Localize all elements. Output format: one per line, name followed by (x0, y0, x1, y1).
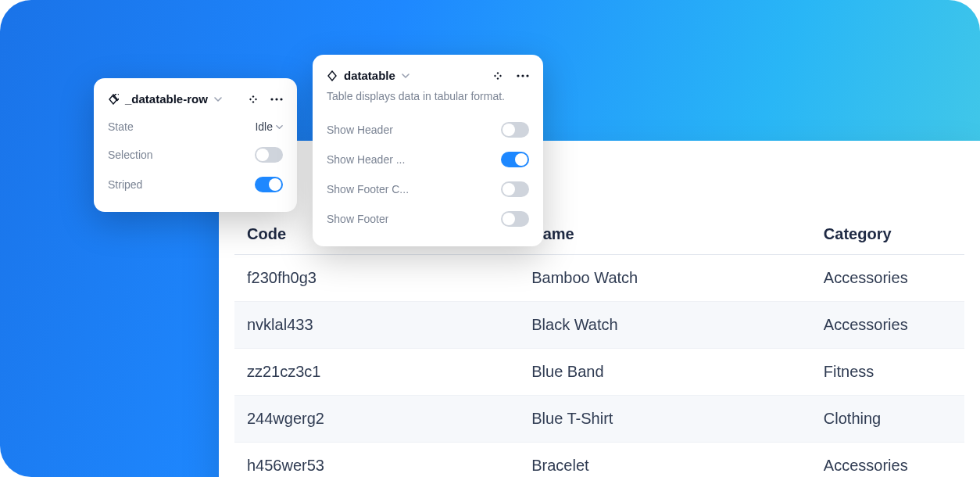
column-header-name[interactable]: Name (519, 203, 811, 255)
cell-code: 244wgerg2 (234, 396, 519, 443)
cell-category: Fitness (811, 349, 964, 396)
cell-code: h456wer53 (234, 443, 519, 478)
cell-name: Blue Band (519, 349, 811, 396)
svg-point-5 (521, 74, 524, 77)
more-icon[interactable] (517, 74, 529, 77)
inspector-panel-table: datatable Table displays data in tabular… (313, 55, 543, 246)
toggle-show-header-2[interactable] (501, 152, 529, 167)
toggle-selection[interactable] (255, 147, 283, 163)
cell-code: zz21cz3c1 (234, 349, 519, 396)
prop-label: Striped (108, 178, 142, 191)
cell-code: nvklal433 (234, 302, 519, 349)
table-row[interactable]: nvklal433 Black Watch Accessories (234, 302, 964, 349)
panel-title[interactable]: _datatable-row (125, 92, 208, 106)
prop-row-show-header: Show Header (327, 115, 529, 145)
svg-point-1 (270, 98, 273, 100)
drag-icon[interactable] (493, 71, 503, 81)
cell-category: Clothing (811, 396, 964, 443)
prop-label: Selection (108, 149, 153, 161)
table-row[interactable]: zz21cz3c1 Blue Band Fitness (234, 349, 964, 396)
table-row[interactable]: h456wer53 Bracelet Accessories (234, 443, 964, 478)
svg-point-2 (275, 98, 277, 100)
prop-label: Show Header (327, 124, 393, 136)
prop-dropdown[interactable]: Idle (255, 120, 283, 133)
prop-row-show-footer-c: Show Footer C... (327, 174, 529, 204)
prop-row-show-footer: Show Footer (327, 204, 529, 234)
prop-label: Show Header ... (327, 153, 405, 166)
prop-row-show-header-2: Show Header ... (327, 145, 529, 174)
prop-row-selection: Selection (108, 140, 283, 170)
chevron-down-icon[interactable] (214, 95, 222, 103)
toggle-show-header[interactable] (501, 122, 529, 138)
svg-point-4 (517, 74, 519, 77)
prop-label: Show Footer (327, 213, 388, 225)
component-icon (327, 70, 338, 81)
panel-title[interactable]: datatable (344, 69, 395, 82)
prop-row-state: State Idle (108, 113, 283, 140)
cell-category: Accessories (811, 255, 964, 302)
chevron-down-icon[interactable] (402, 72, 410, 80)
drag-icon[interactable] (249, 95, 258, 104)
toggle-striped[interactable] (255, 177, 283, 192)
cell-name: Bracelet (519, 443, 811, 478)
dropdown-value: Idle (255, 120, 273, 133)
prop-label: Show Footer C... (327, 183, 409, 195)
table-row[interactable]: 244wgerg2 Blue T-Shirt Clothing (234, 396, 964, 443)
column-header-category[interactable]: Category (811, 203, 964, 255)
cell-name: Blue T-Shirt (519, 396, 811, 443)
svg-point-3 (280, 98, 282, 100)
cell-code: f230fh0g3 (234, 255, 519, 302)
toggle-show-footer[interactable] (501, 211, 529, 227)
panel-description: Table displays data in tabular format. (327, 90, 529, 102)
cell-category: Accessories (811, 302, 964, 349)
chevron-down-icon (276, 124, 283, 131)
prop-row-striped: Striped (108, 170, 283, 199)
more-icon[interactable] (270, 98, 283, 101)
table-row[interactable]: f230fh0g3 Bamboo Watch Accessories (234, 255, 964, 302)
cell-name: Black Watch (519, 302, 811, 349)
component-icon (108, 94, 119, 105)
toggle-show-footer-c[interactable] (501, 181, 529, 197)
inspector-panel-row: _datatable-row State Idle Selection Stri… (94, 78, 297, 212)
cell-name: Bamboo Watch (519, 255, 811, 302)
prop-label: State (108, 120, 134, 133)
svg-point-6 (526, 74, 528, 77)
cell-category: Accessories (811, 443, 964, 478)
